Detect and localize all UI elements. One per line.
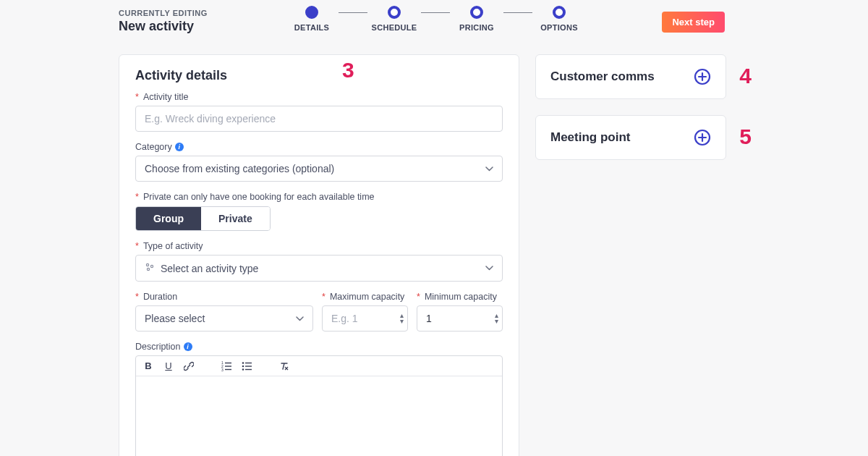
- label-text: Description: [135, 342, 181, 352]
- step-dot-icon: [388, 6, 401, 19]
- field-duration: * Duration Please select: [135, 292, 313, 332]
- step-separator: [503, 12, 532, 13]
- category-select[interactable]: Choose from existing categories (optiona…: [135, 156, 503, 182]
- svg-point-10: [242, 365, 244, 367]
- label-text: Minimum capacity: [425, 292, 497, 302]
- svg-point-2: [147, 268, 149, 270]
- booking-type-toggle: Group Private: [135, 206, 271, 231]
- toggle-private[interactable]: Private: [201, 207, 270, 230]
- editing-title: New activity: [119, 19, 285, 34]
- step-schedule[interactable]: SCHEDULE: [367, 6, 421, 32]
- max-capacity-input[interactable]: [322, 305, 408, 332]
- step-label: DETAILS: [294, 23, 329, 32]
- field-max-capacity: * Maximum capacity ▴▾: [322, 292, 408, 332]
- label-category: Category i: [135, 142, 503, 152]
- required-icon: *: [135, 241, 139, 251]
- editing-block: CURRENTLY EDITING New activity: [119, 6, 285, 34]
- field-activity-title: * Activity title: [135, 92, 503, 132]
- step-dot-icon: [470, 6, 483, 19]
- svg-point-9: [242, 362, 244, 364]
- activity-details-card: 3 Activity details * Activity title Cate…: [119, 54, 519, 456]
- underline-button[interactable]: U: [163, 360, 174, 371]
- field-activity-type: * Type of activity Select an activity ty…: [135, 241, 503, 282]
- side-card-title: Customer comms: [550, 69, 655, 84]
- customer-comms-card[interactable]: Customer comms 4: [535, 54, 726, 99]
- description-textarea[interactable]: [136, 376, 502, 456]
- stepper-buttons-icon[interactable]: ▴▾: [495, 313, 498, 324]
- chevron-down-icon: [485, 266, 493, 271]
- clear-format-button[interactable]: [279, 361, 289, 371]
- step-details[interactable]: DETAILS: [285, 6, 339, 32]
- label-min-capacity: * Minimum capacity: [417, 292, 503, 302]
- label-activity-title: * Activity title: [135, 92, 503, 102]
- step-pricing[interactable]: PRICING: [450, 6, 503, 32]
- stepper-buttons-icon[interactable]: ▴▾: [400, 313, 404, 324]
- svg-point-1: [150, 265, 153, 267]
- section-title-text: Activity details: [135, 68, 227, 83]
- content-row: 3 Activity details * Activity title Cate…: [0, 41, 868, 456]
- toggle-group[interactable]: Group: [136, 207, 201, 230]
- required-icon: *: [135, 92, 139, 102]
- info-icon[interactable]: i: [184, 342, 192, 351]
- required-icon: *: [135, 292, 139, 302]
- chevron-down-icon: [485, 166, 493, 172]
- svg-point-11: [242, 368, 244, 371]
- select-placeholder: Please select: [145, 313, 205, 324]
- editor-toolbar: B U 1 2 3: [136, 356, 502, 376]
- label-max-capacity: * Maximum capacity: [322, 292, 408, 302]
- duration-select[interactable]: Please select: [135, 305, 313, 332]
- link-button[interactable]: [184, 361, 194, 371]
- select-placeholder: Choose from existing categories (optiona…: [145, 163, 334, 174]
- label-text: Type of activity: [143, 241, 203, 251]
- activity-title-input[interactable]: [135, 106, 503, 132]
- field-min-capacity: * Minimum capacity ▴▾: [417, 292, 503, 332]
- capacity-row: * Duration Please select * Maximum capac…: [135, 292, 503, 342]
- label-text: Category: [135, 142, 172, 152]
- min-capacity-input[interactable]: [417, 305, 503, 332]
- side-card-title: Meeting point: [550, 130, 630, 145]
- required-icon: *: [322, 292, 326, 302]
- step-label: PRICING: [459, 23, 494, 32]
- label-booking-note: * Private can only have one booking for …: [135, 192, 503, 202]
- svg-point-0: [146, 263, 148, 266]
- step-label: SCHEDULE: [372, 23, 417, 32]
- info-icon[interactable]: i: [175, 143, 184, 151]
- label-activity-type: * Type of activity: [135, 241, 503, 251]
- label-text: Maximum capacity: [330, 292, 405, 302]
- label-text: Duration: [143, 292, 177, 302]
- step-options[interactable]: OPTIONS: [532, 6, 586, 32]
- step-label: OPTIONS: [540, 23, 578, 32]
- required-icon: *: [135, 192, 139, 202]
- side-column: Customer comms 4 Meeting point 5: [535, 54, 726, 456]
- next-step-button[interactable]: Next step: [662, 12, 725, 33]
- label-duration: * Duration: [135, 292, 313, 302]
- unordered-list-button[interactable]: [242, 361, 252, 371]
- page-header: CURRENTLY EDITING New activity DETAILS S…: [0, 6, 868, 41]
- description-editor: B U 1 2 3: [135, 355, 503, 456]
- field-description: Description i B U 1 2: [135, 342, 503, 456]
- ordered-list-button[interactable]: 1 2 3: [221, 361, 231, 371]
- annotation-4: 4: [739, 64, 752, 88]
- step-separator: [339, 12, 367, 13]
- plus-circle-icon: [694, 129, 711, 146]
- bold-button[interactable]: B: [143, 360, 153, 371]
- step-dot-icon: [553, 6, 566, 19]
- step-separator: [421, 12, 450, 13]
- section-title: Activity details: [135, 68, 503, 83]
- editing-label: CURRENTLY EDITING: [119, 9, 285, 17]
- plus-circle-icon: [694, 68, 711, 85]
- label-description: Description i: [135, 342, 503, 352]
- chevron-down-icon: [296, 316, 304, 321]
- label-text: Activity title: [143, 92, 189, 102]
- activity-type-select[interactable]: Select an activity type: [135, 255, 503, 282]
- activity-type-icon: [145, 262, 155, 274]
- field-category: Category i Choose from existing categori…: [135, 142, 503, 182]
- annotation-5: 5: [739, 124, 752, 149]
- annotation-3: 3: [342, 58, 354, 83]
- select-placeholder: Select an activity type: [161, 263, 258, 274]
- step-dot-icon: [305, 6, 318, 19]
- svg-text:3: 3: [221, 368, 224, 371]
- required-icon: *: [417, 292, 420, 302]
- label-text: Private can only have one booking for ea…: [143, 192, 375, 202]
- meeting-point-card[interactable]: Meeting point 5: [535, 115, 726, 160]
